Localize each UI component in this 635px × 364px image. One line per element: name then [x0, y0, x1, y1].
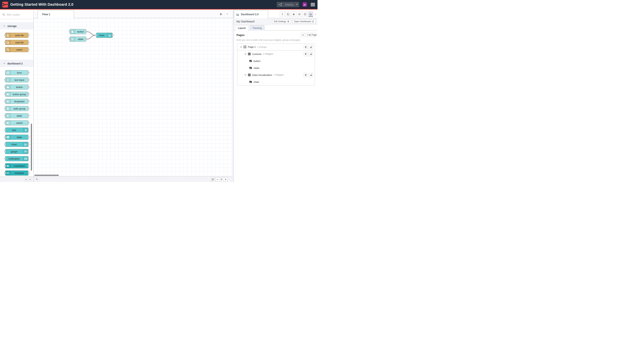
sidebar-menu-caret-icon[interactable] [314, 13, 317, 16]
palette-node-table[interactable]: table [5, 134, 29, 140]
tree-collapse-chevron-icon[interactable] [244, 53, 247, 56]
palette-node-template[interactable]: template [5, 170, 29, 176]
open-dashboard-button[interactable]: Open Dashboard [293, 19, 316, 24]
deploy-button[interactable]: Deploy [277, 2, 299, 7]
palette-node-gauge[interactable]: gauge [5, 149, 29, 154]
sidebar-tool-db-button[interactable] [303, 12, 307, 17]
flow-list-caret-icon[interactable] [226, 13, 229, 16]
tree-item-label: Data Visualization [252, 74, 272, 76]
node-label: dropdown [11, 99, 28, 104]
tab-dashboard-2[interactable]: Dashboard 2.0 [234, 10, 268, 18]
sidebar-resize-handle[interactable] [232, 10, 234, 182]
palette-node-read-file[interactable]: read file [5, 40, 29, 45]
palette-node-button-group[interactable]: button group [5, 92, 29, 97]
tree-item-label: button [254, 60, 261, 62]
sidebar-tool-info-button[interactable]: i [280, 12, 285, 17]
zoom-reset-button[interactable] [220, 178, 224, 182]
tree-row-Page-1[interactable]: Page 12 Groups [237, 44, 315, 50]
palette-node-slider[interactable]: slider [5, 113, 29, 118]
wire-slider-to-chart[interactable] [87, 36, 95, 39]
palette-node-watch[interactable]: watch [5, 47, 29, 52]
palette-node-form[interactable]: form [5, 70, 29, 75]
node-input-port[interactable] [69, 38, 71, 40]
palette-collapse-all-button[interactable] [24, 178, 28, 181]
visibility-toggle-button[interactable] [304, 73, 308, 77]
navigator-map-button[interactable] [211, 178, 215, 182]
zoom-in-button[interactable] [224, 178, 228, 182]
palette-node-text-input[interactable]: text input [5, 77, 29, 82]
sidebar-tool-bug-button[interactable] [291, 12, 296, 17]
node-label: slider [11, 113, 28, 118]
visibility-toggle-button[interactable] [304, 52, 308, 56]
node-label: write file [11, 33, 28, 38]
palette-section-dashboard-2[interactable]: dashboard 2 [0, 60, 34, 67]
add-flow-button[interactable] [219, 12, 223, 16]
sidebar-tool-book-button[interactable] [286, 12, 290, 17]
node-input-port [4, 129, 6, 131]
palette-expand-all-button[interactable] [28, 178, 32, 181]
node-input-port [4, 100, 6, 102]
hand-pointer-icon [71, 30, 74, 33]
lock-toggle-button[interactable] [309, 73, 313, 77]
lock-toggle-button[interactable] [309, 45, 313, 49]
palette-node-dropdown[interactable]: dropdown [5, 99, 29, 104]
line-chart-icon [108, 34, 111, 37]
palette-node-chart[interactable]: chart [5, 142, 29, 147]
switch-icon [6, 122, 9, 124]
node-output-port[interactable] [85, 31, 87, 32]
node-label: text [5, 128, 23, 132]
flow-node-chart[interactable]: chart [96, 33, 113, 38]
tree-collapse-chevron-icon[interactable] [240, 46, 242, 48]
tab-flow-1[interactable]: Flow 1 [38, 10, 74, 18]
node-output-port[interactable] [112, 34, 114, 36]
zoom-out-button[interactable] [216, 178, 220, 182]
tree-row-button[interactable]: button [237, 58, 315, 64]
canvas-horizontal-scrollbar[interactable] [34, 175, 59, 176]
sidebar-toolbar: i [280, 12, 313, 17]
node-input-port[interactable] [95, 34, 97, 36]
tab-theming[interactable]: Theming [250, 25, 264, 30]
node-output-port[interactable] [85, 38, 87, 40]
deploy-options-caret-icon[interactable] [296, 4, 298, 5]
palette-search-input[interactable] [7, 13, 31, 16]
node-input-port [4, 158, 6, 160]
user-avatar[interactable]: jp [302, 2, 307, 7]
node-label: slider [75, 37, 86, 42]
node-output-port [28, 49, 30, 50]
move-page-up-button[interactable] [301, 33, 305, 37]
palette-scrollbar[interactable] [31, 124, 32, 170]
node-input-port[interactable] [69, 31, 71, 32]
node-label: button [11, 85, 28, 90]
palette-node-switch[interactable]: switch [5, 120, 29, 126]
flow-canvas[interactable]: buttonsliderchart [34, 18, 232, 176]
palette-node-notification[interactable]: notification [5, 156, 29, 161]
palette-node-button[interactable]: button [5, 84, 29, 90]
palette-node-text[interactable]: Atext [5, 128, 29, 132]
flow-node-slider[interactable]: slider [70, 36, 86, 42]
visibility-toggle-button[interactable] [304, 45, 308, 49]
main-menu-button[interactable] [310, 2, 315, 7]
canvas-search-button[interactable] [35, 178, 39, 182]
tab-layout[interactable]: Layout [235, 25, 249, 30]
envelope-icon [24, 158, 27, 160]
palette-node-radio-group[interactable]: radio group [5, 106, 29, 111]
palette-node-markdown[interactable]: markdown [5, 163, 29, 168]
sidebar-tool-gear-button[interactable] [297, 12, 302, 17]
book-icon [287, 13, 289, 16]
tree-item-label: Controls [252, 53, 261, 56]
tree-row-Controls[interactable]: Controls2 Widgets [237, 50, 315, 58]
sidebar-tool-bar-chart-button[interactable] [308, 12, 313, 17]
palette-filter-row [0, 10, 34, 19]
edit-settings-button[interactable]: Edit Settings [272, 19, 291, 24]
node-input-port [4, 115, 6, 116]
tree-row-chart[interactable]: chart [237, 78, 315, 86]
tree-collapse-chevron-icon[interactable] [244, 74, 247, 76]
tree-row-Data-Visualization[interactable]: Data Visualization1 Widgets [237, 72, 315, 78]
palette-section-storage[interactable]: storage [0, 22, 34, 30]
palette-node-write-file[interactable]: write file [5, 33, 29, 38]
tree-row-slider[interactable]: slider [237, 64, 315, 72]
add-page-button[interactable]: Page [311, 33, 315, 37]
flow-node-button[interactable]: button [70, 29, 86, 34]
lock-toggle-button[interactable] [309, 52, 313, 56]
wire-button-to-chart[interactable] [87, 32, 95, 36]
